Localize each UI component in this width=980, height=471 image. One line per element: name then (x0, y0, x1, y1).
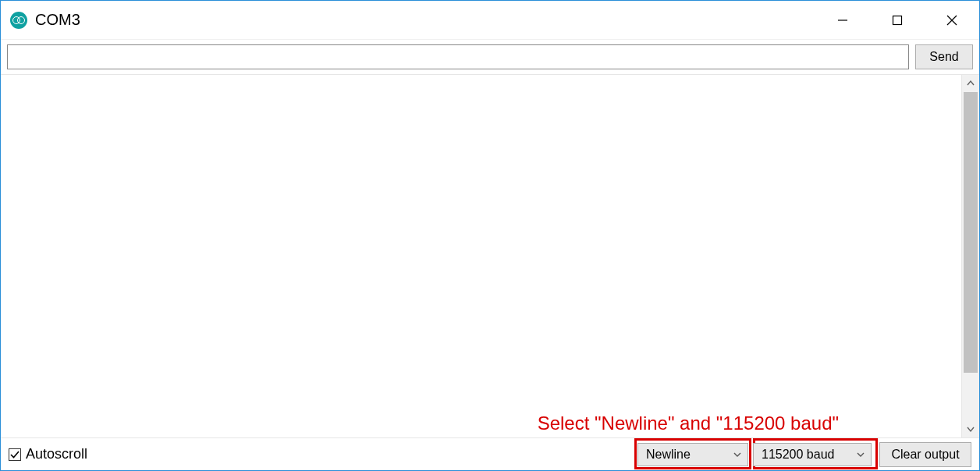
maximize-button[interactable] (870, 1, 925, 39)
send-row: Send (1, 40, 979, 75)
window-title: COM3 (35, 11, 80, 29)
clear-output-button[interactable]: Clear output (879, 442, 971, 467)
annotation-text: Select "Newline" and "115200 baud" (538, 413, 839, 434)
autoscroll-checkbox[interactable] (9, 448, 21, 461)
serial-input[interactable] (7, 44, 909, 69)
vertical-scrollbar[interactable] (962, 75, 979, 437)
titlebar: COM3 (1, 1, 979, 40)
minimize-button[interactable] (815, 1, 870, 39)
baud-rate-select[interactable]: 115200 baud (753, 443, 872, 466)
send-button[interactable]: Send (915, 44, 973, 69)
line-ending-value: Newline (646, 448, 724, 462)
baud-rate-value: 115200 baud (762, 448, 847, 462)
autoscroll-toggle[interactable]: Autoscroll (9, 446, 87, 462)
autoscroll-label: Autoscroll (26, 446, 87, 462)
arduino-icon (10, 12, 27, 29)
scroll-down-icon[interactable] (962, 420, 979, 437)
line-ending-select[interactable]: Newline (637, 443, 748, 466)
send-button-label: Send (929, 50, 958, 64)
bottom-bar: Autoscroll Newline 115200 baud Clear out… (1, 437, 979, 470)
window-controls (815, 1, 979, 39)
clear-output-label: Clear output (891, 448, 959, 462)
close-button[interactable] (925, 1, 979, 39)
chevron-down-icon (733, 448, 741, 462)
scrollbar-thumb[interactable] (964, 92, 978, 373)
serial-output[interactable] (1, 75, 962, 437)
serial-monitor-window: COM3 Send (0, 0, 980, 471)
minimize-icon (837, 15, 848, 26)
output-area: Select "Newline" and "115200 baud" (1, 75, 979, 437)
chevron-down-icon (857, 448, 865, 462)
maximize-icon (892, 15, 903, 26)
checkmark-icon (10, 450, 20, 459)
close-icon (946, 15, 957, 26)
svg-rect-1 (893, 16, 902, 24)
scroll-up-icon[interactable] (962, 75, 979, 92)
